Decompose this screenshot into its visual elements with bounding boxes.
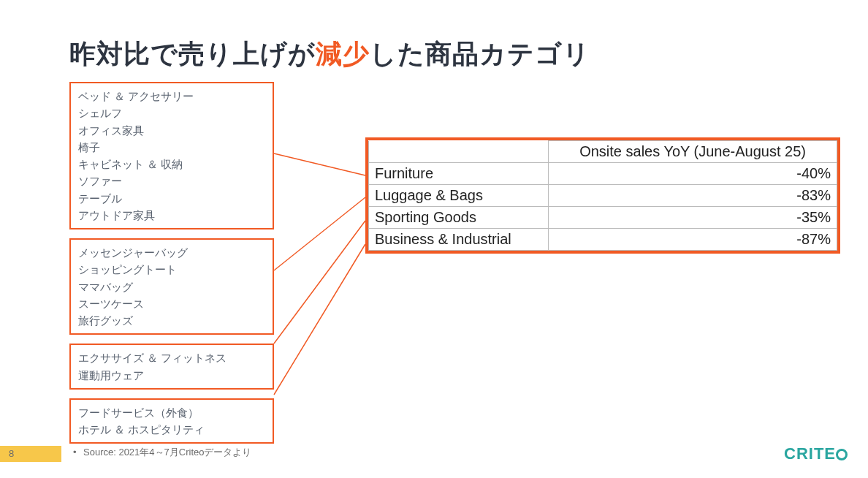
- list-item: エクササイズ ＆ フィットネス: [78, 349, 265, 366]
- list-item: スーツケース: [78, 295, 265, 312]
- list-item: 椅子: [78, 139, 265, 156]
- source-citation: •Source: 2021年4～7月Criteoデータより: [73, 446, 251, 459]
- connector-line: [274, 153, 365, 175]
- list-item: ソファー: [78, 172, 265, 189]
- table: Onsite sales YoY (June-August 25) Furnit…: [368, 140, 837, 251]
- table-header-col2: Onsite sales YoY (June-August 25): [549, 141, 837, 163]
- title-post: した商品カテゴリ: [370, 39, 590, 69]
- slide-title: 昨対比で売り上げが減少した商品カテゴリ: [69, 37, 590, 72]
- category-boxes: ベッド ＆ アクセサリー シェルフ オフィス家具 椅子 キャビネット ＆ 収納 …: [69, 82, 274, 452]
- table-row: Onsite sales YoY (June-August 25): [369, 141, 837, 163]
- table-cell-value: -40%: [549, 163, 837, 185]
- list-item: テーブル: [78, 190, 265, 207]
- list-item: 運動用ウェア: [78, 367, 265, 384]
- table-cell-label: Luggage & Bags: [369, 185, 549, 207]
- category-box-2: エクササイズ ＆ フィットネス 運動用ウェア: [69, 344, 274, 390]
- slide: 昨対比で売り上げが減少した商品カテゴリ ベッド ＆ アクセサリー シェルフ オフ…: [0, 0, 868, 478]
- bullet-icon: •: [73, 447, 77, 458]
- table-cell-label: Business & Industrial: [369, 229, 549, 251]
- table-cell-label: Sporting Goods: [369, 207, 549, 229]
- yoy-table: Onsite sales YoY (June-August 25) Furnit…: [365, 137, 840, 254]
- list-item: 旅行グッズ: [78, 312, 265, 329]
- logo-o-icon: [836, 449, 848, 460]
- category-box-0: ベッド ＆ アクセサリー シェルフ オフィス家具 椅子 キャビネット ＆ 収納 …: [69, 82, 274, 229]
- table-cell-blank: [369, 141, 549, 163]
- title-accent: 減少: [316, 39, 370, 69]
- connector-line: [274, 244, 365, 395]
- list-item: ベッド ＆ アクセサリー: [78, 88, 265, 105]
- connector-line: [274, 221, 365, 344]
- connector-line: [274, 197, 365, 270]
- list-item: ショッピングトート: [78, 261, 265, 278]
- table-row: Furniture -40%: [369, 163, 837, 185]
- list-item: アウトドア家具: [78, 207, 265, 224]
- table-cell-value: -87%: [549, 229, 837, 251]
- list-item: ママバッグ: [78, 278, 265, 295]
- title-pre: 昨対比で売り上げが: [69, 39, 316, 69]
- list-item: フードサービス（外食）: [78, 404, 265, 421]
- table-cell-value: -35%: [549, 207, 837, 229]
- page-number: 8: [9, 448, 14, 459]
- table-row: Business & Industrial -87%: [369, 229, 837, 251]
- criteo-logo: CRITE: [784, 444, 848, 463]
- table-row: Sporting Goods -35%: [369, 207, 837, 229]
- category-box-1: メッセンジャーバッグ ショッピングトート ママバッグ スーツケース 旅行グッズ: [69, 238, 274, 335]
- table-cell-label: Furniture: [369, 163, 549, 185]
- list-item: シェルフ: [78, 105, 265, 121]
- list-item: オフィス家具: [78, 122, 265, 139]
- source-text: Source: 2021年4～7月Criteoデータより: [83, 447, 251, 458]
- list-item: ホテル ＆ ホスピタリティ: [78, 421, 265, 438]
- list-item: メッセンジャーバッグ: [78, 244, 265, 261]
- logo-text: CRITE: [784, 444, 836, 463]
- table-cell-value: -83%: [549, 185, 837, 207]
- table-row: Luggage & Bags -83%: [369, 185, 837, 207]
- list-item: キャビネット ＆ 収納: [78, 156, 265, 172]
- category-box-3: フードサービス（外食） ホテル ＆ ホスピタリティ: [69, 398, 274, 444]
